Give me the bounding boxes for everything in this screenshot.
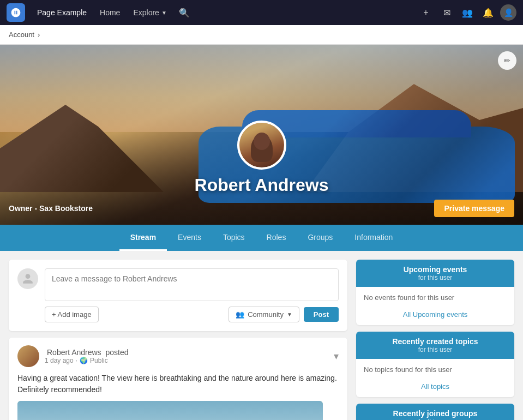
chevron-down-icon: ▼ xyxy=(287,311,292,317)
recently-created-topics-body: No topics found for this user All topics xyxy=(356,359,514,397)
post-collapse-button[interactable]: ▾ xyxy=(334,350,339,362)
breadcrumb: Account › xyxy=(0,25,523,45)
tab-stream[interactable]: Stream xyxy=(119,225,167,251)
recently-joined-groups-title: Recently joined groups xyxy=(364,409,507,418)
recently-joined-groups-header: Recently joined groups for this user xyxy=(356,404,514,420)
add-image-button[interactable]: + Add image xyxy=(45,307,99,322)
search-button[interactable]: 🔍 xyxy=(175,4,194,21)
tab-events[interactable]: Events xyxy=(167,225,212,251)
post-box-top xyxy=(17,268,339,301)
recently-joined-groups-widget: Recently joined groups for this user xyxy=(356,404,514,420)
post-time: 1 day ago xyxy=(45,357,74,364)
post-user-meta: 1 day ago · 🌍 Public xyxy=(45,357,328,364)
tab-roles[interactable]: Roles xyxy=(256,225,297,251)
breadcrumb-account[interactable]: Account xyxy=(9,31,34,39)
upcoming-events-widget: Upcoming events for this user No events … xyxy=(356,260,514,325)
hero-avatar xyxy=(237,121,286,170)
topnav-right: + ✉ 👥 🔔 👤 xyxy=(417,4,516,21)
hero-role: Owner - Sax Bookstore xyxy=(9,204,93,213)
tab-topics[interactable]: Topics xyxy=(212,225,256,251)
post-box: + Add image 👥 Community ▼ Post xyxy=(9,260,347,331)
notifications-button[interactable]: 🔔 xyxy=(479,4,497,21)
globe-icon: 🌍 xyxy=(80,357,88,364)
hero-meta: Owner - Sax Bookstore Private message xyxy=(0,200,523,217)
post-actions-right: 👥 Community ▼ Post xyxy=(229,307,339,322)
recently-created-topics-widget: Recently created topics for this user No… xyxy=(356,332,514,397)
members-button[interactable]: 👥 xyxy=(459,4,476,21)
upcoming-events-subtitle: for this user xyxy=(364,274,507,281)
stream-column: + Add image 👥 Community ▼ Post Robert An… xyxy=(9,260,347,420)
community-icon: 👥 xyxy=(236,310,244,319)
recently-created-topics-empty: No topics found for this user xyxy=(364,365,507,374)
post-header: Robert Andrews posted 1 day ago · 🌍 Publ… xyxy=(17,345,339,367)
post-user-info: Robert Andrews posted 1 day ago · 🌍 Publ… xyxy=(45,348,328,364)
org-label: Sax Bookstore xyxy=(39,204,93,213)
upcoming-events-body: No events found for this user All Upcomi… xyxy=(356,287,514,325)
topnav-links: Page Example Home Explore ▼ 🔍 xyxy=(32,4,417,21)
upcoming-events-title: Upcoming events xyxy=(364,265,507,274)
post-box-actions: + Add image 👥 Community ▼ Post xyxy=(17,307,339,322)
profile-tabs: Stream Events Topics Roles Groups Inform… xyxy=(0,225,523,251)
recently-created-topics-header: Recently created topics for this user xyxy=(356,332,514,359)
post-box-avatar xyxy=(17,268,38,289)
post-user-name[interactable]: Robert Andrews posted xyxy=(45,348,328,357)
nav-page-example[interactable]: Page Example xyxy=(32,5,92,20)
upcoming-events-empty: No events found for this user xyxy=(364,293,507,302)
role-separator: - xyxy=(34,204,39,213)
private-message-button[interactable]: Private message xyxy=(434,200,514,217)
avatar-image xyxy=(239,123,284,167)
all-topics-link[interactable]: All topics xyxy=(364,380,507,391)
user-avatar-button[interactable]: 👤 xyxy=(500,4,516,21)
app-logo[interactable] xyxy=(7,3,25,22)
upcoming-events-header: Upcoming events for this user xyxy=(356,260,514,287)
all-upcoming-events-link[interactable]: All Upcoming events xyxy=(364,308,507,319)
hero-edit-button[interactable]: ✏ xyxy=(498,51,516,70)
post-text: Having a great vacation! The view here i… xyxy=(17,373,339,395)
right-column: Upcoming events for this user No events … xyxy=(356,260,514,420)
hero-section: ✏ Robert Andrews Owner - Sax Bookstore P… xyxy=(0,45,523,225)
nav-explore[interactable]: Explore ▼ xyxy=(128,5,172,20)
stream-post: Robert Andrews posted 1 day ago · 🌍 Publ… xyxy=(9,338,347,420)
community-select-button[interactable]: 👥 Community ▼ xyxy=(229,307,299,322)
tab-information[interactable]: Information xyxy=(344,225,404,251)
role-label: Owner xyxy=(9,204,33,213)
chevron-down-icon: ▼ xyxy=(161,10,167,16)
pencil-icon: ✏ xyxy=(504,56,510,65)
nav-home[interactable]: Home xyxy=(94,5,125,20)
post-image xyxy=(17,401,323,420)
recently-created-topics-subtitle: for this user xyxy=(364,346,507,353)
post-submit-button[interactable]: Post xyxy=(304,307,339,322)
post-visibility: Public xyxy=(90,357,108,364)
tab-groups[interactable]: Groups xyxy=(297,225,344,251)
breadcrumb-separator: › xyxy=(38,31,40,39)
mail-button[interactable]: ✉ xyxy=(438,4,455,21)
recently-joined-groups-subtitle: for this user xyxy=(364,418,507,420)
create-button[interactable]: + xyxy=(417,4,435,21)
recently-created-topics-title: Recently created topics xyxy=(364,337,507,346)
post-user-avatar xyxy=(17,345,39,367)
main-content: + Add image 👥 Community ▼ Post Robert An… xyxy=(0,251,523,420)
post-message-input[interactable] xyxy=(45,268,339,301)
community-label: Community xyxy=(248,310,284,319)
dot-separator: · xyxy=(76,357,77,364)
hero-user-name: Robert Andrews xyxy=(195,175,329,195)
topnav: Page Example Home Explore ▼ 🔍 + ✉ 👥 🔔 👤 xyxy=(0,0,523,25)
avatar-icon: 👤 xyxy=(504,8,513,17)
